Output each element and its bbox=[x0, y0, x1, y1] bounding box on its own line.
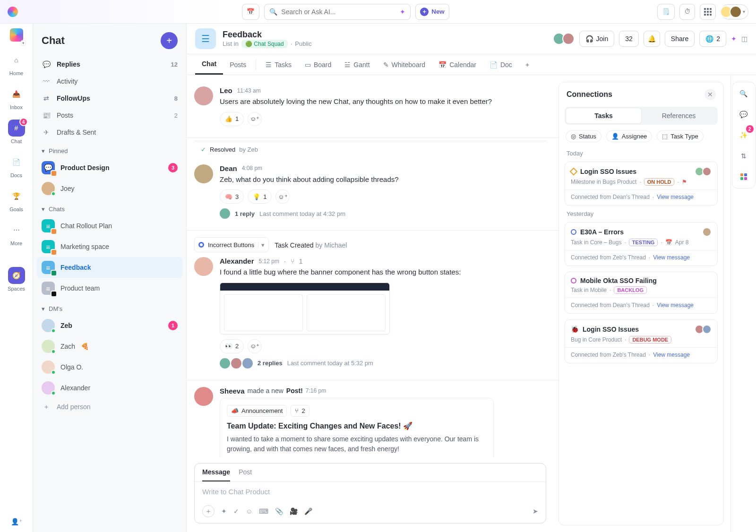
new-chat-button[interactable]: + bbox=[161, 32, 178, 49]
share-button[interactable]: Share bbox=[665, 31, 695, 47]
reaction-thumbsup[interactable]: 👍1 bbox=[220, 112, 244, 126]
fork-tag[interactable]: ⑂2 bbox=[291, 405, 309, 417]
notifications-button[interactable]: 🔔 bbox=[644, 31, 660, 47]
tab-whiteboard[interactable]: ✎Whiteboard bbox=[377, 54, 432, 75]
task-chip[interactable]: Incorrect Buttons ▾ bbox=[194, 237, 269, 252]
rr-apps[interactable] bbox=[735, 168, 752, 185]
add-person[interactable]: +Add person bbox=[37, 398, 182, 415]
chevron-down-icon[interactable]: ▾ bbox=[21, 40, 26, 46]
chat-product-team[interactable]: ≡Product team bbox=[37, 278, 182, 299]
tab-chat[interactable]: Chat bbox=[195, 54, 223, 75]
chevron-down-icon[interactable]: ▾ bbox=[258, 241, 265, 249]
collab-button[interactable]: 🌐2 bbox=[699, 31, 726, 47]
rr-ai[interactable]: ✨2 bbox=[735, 127, 752, 144]
calendar-button[interactable]: 📅 bbox=[242, 4, 259, 20]
workspace-logo-icon[interactable] bbox=[10, 28, 23, 42]
apps-button[interactable] bbox=[700, 4, 716, 20]
section-dms[interactable]: ▾DM's bbox=[37, 299, 182, 315]
view-message-link[interactable]: View message bbox=[657, 194, 694, 200]
dm-zeb[interactable]: Zeb1 bbox=[37, 315, 182, 336]
sidebar-drafts[interactable]: ✈Drafts & Sent bbox=[37, 124, 182, 141]
tab-board[interactable]: ▭Board bbox=[298, 54, 338, 75]
task-icon[interactable]: ✓ bbox=[233, 507, 239, 515]
member-avatars[interactable] bbox=[556, 33, 575, 45]
tab-posts[interactable]: Posts bbox=[223, 54, 253, 75]
dm-alexander[interactable]: Alexander bbox=[37, 378, 182, 398]
composer-tab-post[interactable]: Post bbox=[239, 468, 252, 481]
format-icon[interactable]: ⌨ bbox=[259, 507, 268, 515]
filter-tasktype[interactable]: ⬚Task Type bbox=[657, 130, 703, 142]
conn-card[interactable]: E30A – Errors Task in Core – Bugs·TESTIN… bbox=[565, 222, 718, 266]
rail-inbox[interactable]: 📥Inbox bbox=[4, 82, 29, 114]
notepad-button[interactable]: 🗒️ bbox=[657, 4, 675, 20]
invite-button[interactable]: 👤⁺ bbox=[11, 511, 22, 532]
dm-olga[interactable]: Olga O. bbox=[37, 357, 182, 378]
video-icon[interactable]: 🎥 bbox=[290, 507, 298, 515]
view-message-link[interactable]: View message bbox=[653, 254, 690, 261]
view-message-link[interactable]: View message bbox=[653, 352, 690, 358]
sidebar-followups[interactable]: ⇄FollowUps8 bbox=[37, 90, 182, 107]
conn-card[interactable]: 🐞Login SSO Issues Bug in Core Product·DE… bbox=[565, 319, 718, 363]
rail-goals[interactable]: 🏆Goals bbox=[4, 184, 29, 216]
rr-search[interactable]: 🔍 bbox=[735, 85, 752, 102]
post-card[interactable]: 📣Announcement ⑂2 Team Update: Exciting C… bbox=[220, 398, 494, 458]
search-input[interactable] bbox=[281, 8, 396, 16]
conn-card[interactable]: Login SSO Issues Milestone in Bugs Produ… bbox=[565, 162, 718, 206]
profile-avatars[interactable]: ▾ bbox=[721, 4, 748, 19]
conn-card[interactable]: Mobile Okta SSO Failing Task in Mobile·B… bbox=[565, 272, 718, 314]
tab-tasks[interactable]: ☰Tasks bbox=[259, 54, 298, 75]
rail-home[interactable]: ⌂Home bbox=[4, 48, 29, 80]
reaction-bulb[interactable]: 💡1 bbox=[248, 189, 272, 204]
conn-tab-tasks[interactable]: Tasks bbox=[566, 108, 641, 123]
conn-tab-references[interactable]: References bbox=[641, 108, 716, 123]
chat-marketing-space[interactable]: ≡Marketing space bbox=[37, 236, 182, 257]
emoji-icon[interactable]: ☺ bbox=[246, 507, 252, 515]
dm-zach[interactable]: Zach🍕 bbox=[37, 336, 182, 357]
rail-chat[interactable]: #4Chat bbox=[4, 116, 29, 148]
panel-toggle-icon[interactable]: ◫ bbox=[741, 35, 747, 43]
section-chats[interactable]: ▾Chats bbox=[37, 199, 182, 215]
sidebar-activity[interactable]: 〰Activity bbox=[37, 73, 182, 90]
reaction-eyes[interactable]: 👀2 bbox=[220, 339, 244, 353]
close-button[interactable]: ✕ bbox=[704, 89, 716, 100]
ai-spark-icon[interactable]: ✦ bbox=[731, 35, 737, 43]
new-button[interactable]: + New bbox=[415, 4, 449, 20]
plus-button[interactable]: + bbox=[202, 505, 215, 517]
chat-rollout-plan[interactable]: ≡Chat Rollout Plan bbox=[37, 215, 182, 236]
ai-icon[interactable]: ✦ bbox=[221, 507, 227, 515]
rail-docs[interactable]: 📄Docs bbox=[4, 150, 29, 182]
view-message-link[interactable]: View message bbox=[657, 302, 694, 309]
filter-status[interactable]: ◎Status bbox=[566, 130, 601, 142]
pinned-product-design[interactable]: 💬Product Design3 bbox=[37, 157, 182, 178]
mic-icon[interactable]: 🎤 bbox=[304, 507, 312, 515]
join-button[interactable]: 🎧Join bbox=[579, 31, 615, 47]
pinned-joey[interactable]: Joey bbox=[37, 178, 182, 199]
sidebar-posts[interactable]: 📰Posts2 bbox=[37, 107, 182, 124]
add-reaction-button[interactable]: ☺⁺ bbox=[248, 112, 262, 126]
reaction-brain[interactable]: 🧠3 bbox=[220, 189, 244, 204]
tab-doc[interactable]: 📄Doc bbox=[483, 54, 519, 75]
rail-more[interactable]: ⋯More bbox=[4, 218, 29, 250]
search-input-wrap[interactable]: 🔍 ✦ bbox=[264, 4, 411, 20]
announcement-tag[interactable]: 📣Announcement bbox=[227, 405, 287, 417]
add-reaction-button[interactable]: ☺⁺ bbox=[248, 339, 262, 353]
composer-tab-message[interactable]: Message bbox=[202, 468, 230, 481]
chat-feedback[interactable]: ≡Feedback bbox=[37, 257, 182, 278]
section-pinned[interactable]: ▾Pinned bbox=[37, 141, 182, 157]
thread-reply[interactable]: 2 replies Last comment today at 5:32 pm bbox=[220, 358, 546, 369]
tab-gantt[interactable]: ☱Gantt bbox=[338, 54, 376, 75]
send-button[interactable]: ➤ bbox=[533, 507, 538, 515]
squad-chip[interactable]: 🟢 Chat Squad bbox=[241, 40, 288, 48]
rr-comments[interactable]: 💬 bbox=[735, 106, 752, 123]
rr-sync[interactable]: ⇅ bbox=[735, 147, 752, 164]
filter-assignee[interactable]: 👤Assignee bbox=[606, 130, 652, 142]
rail-spaces[interactable]: 🧭Spaces bbox=[4, 263, 29, 295]
thread-reply[interactable]: 1 reply Last comment today at 4:32 pm bbox=[220, 208, 546, 219]
add-reaction-button[interactable]: ☺⁺ bbox=[275, 189, 290, 204]
timer-button[interactable]: ⏱ bbox=[679, 4, 695, 20]
sidebar-replies[interactable]: 💬Replies12 bbox=[37, 56, 182, 73]
composer-input[interactable] bbox=[202, 488, 538, 496]
add-view-button[interactable]: + bbox=[519, 54, 536, 75]
attach-icon[interactable]: 📎 bbox=[275, 507, 283, 515]
member-count[interactable]: 32 bbox=[619, 31, 639, 47]
